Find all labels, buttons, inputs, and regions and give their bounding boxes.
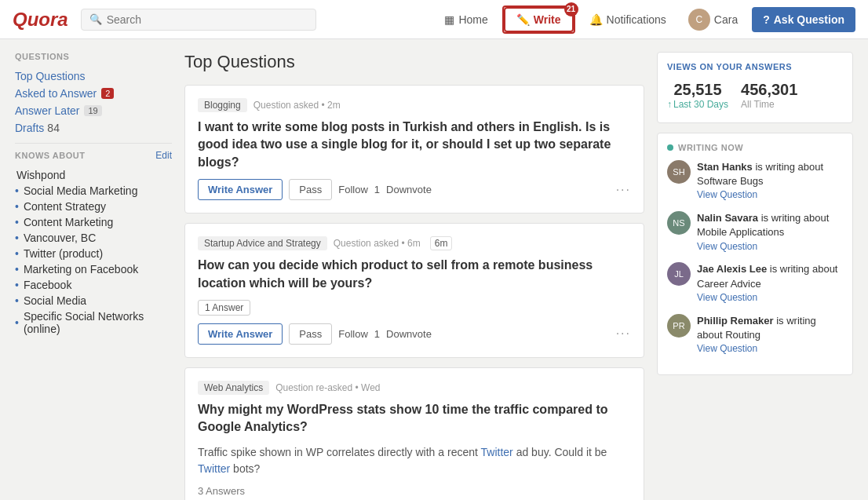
follow-btn-1[interactable]: Follow (338, 184, 368, 195)
home-nav[interactable]: ▦ Home (436, 9, 495, 31)
notifications-label: Notifications (607, 13, 666, 26)
twitter-link-1[interactable]: Twitter (481, 446, 513, 458)
more-options-2[interactable]: ··· (616, 327, 631, 341)
writer-topic-1: Mobile Applications (697, 226, 784, 238)
main-layout: QUESTIONS Top Questions Asked to Answer … (2, 39, 866, 500)
knows-item-social-media[interactable]: Social Media (15, 293, 172, 308)
writer-info-1: Nalin Savara is writing about Mobile App… (697, 211, 843, 253)
home-icon: ▦ (444, 13, 454, 26)
left-sidebar: QUESTIONS Top Questions Asked to Answer … (15, 52, 172, 500)
views-widget: VIEWS ON YOUR ANSWERS 25,515 ↑ Last 30 D… (657, 52, 853, 123)
knows-item-specific-social-networks[interactable]: Specific Social Networks (online) (15, 308, 172, 337)
answers-count-3: 3 Answers (198, 485, 631, 497)
logo[interactable]: Quora (13, 9, 68, 31)
ask-question-button[interactable]: ? Ask Question (752, 7, 855, 32)
user-nav[interactable]: C Cara (680, 4, 746, 35)
writer-name-3[interactable]: Phillip Remaker (697, 315, 774, 327)
writer-info-2: Jae Alexis Lee is writing about Career A… (697, 262, 843, 304)
question-text-2[interactable]: How can you decide which product to sell… (198, 257, 631, 292)
knows-item-content-strategy[interactable]: Content Strategy (15, 199, 172, 214)
question-text-3[interactable]: Why might my WordPress stats show 10 tim… (198, 401, 631, 436)
writer-item-1: NS Nalin Savara is writing about Mobile … (667, 211, 843, 253)
meta-text-1: Question asked • 2m (253, 100, 341, 111)
downvote-btn-2[interactable]: Downvote (386, 328, 432, 340)
twitter-link-2[interactable]: Twitter (198, 462, 230, 475)
knows-title: KNOWS ABOUT (15, 151, 85, 160)
pass-btn-1[interactable]: Pass (289, 179, 332, 200)
write-answer-btn-1[interactable]: Write Answer (198, 179, 283, 200)
right-sidebar: VIEWS ON YOUR ANSWERS 25,515 ↑ Last 30 D… (657, 52, 853, 500)
knows-item-marketing-facebook[interactable]: Marketing on Facebook (15, 261, 172, 277)
sidebar-divider (15, 143, 172, 144)
writing-now-title: WRITING NOW (667, 143, 843, 152)
knows-item-twitter[interactable]: Twitter (product) (15, 246, 172, 261)
search-bar[interactable]: 🔍 (81, 9, 316, 31)
action-row-1: Write Answer Pass Follow 1 Downvote ··· (198, 179, 631, 200)
downvote-btn-1[interactable]: Downvote (386, 184, 432, 195)
notifications-nav[interactable]: 🔔 Notifications (582, 9, 674, 31)
more-options-1[interactable]: ··· (616, 183, 631, 197)
green-dot-icon (667, 144, 673, 151)
follow-count-2: 1 (374, 328, 380, 340)
main-content: Top Questions Blogging Question asked • … (184, 52, 644, 500)
question-text-1[interactable]: I want to write some blog posts in Turki… (198, 119, 631, 171)
question-meta-2: Startup Advice and Strategy Question ask… (198, 236, 631, 250)
sidebar-link-answer-later[interactable]: Answer Later 19 (15, 102, 172, 119)
writer-name-2[interactable]: Jae Alexis Lee (697, 263, 767, 275)
pass-btn-2[interactable]: Pass (289, 323, 332, 345)
search-icon: 🔍 (89, 13, 102, 25)
writer-item-3: PR Phillip Remaker is writing about Rout… (667, 314, 843, 356)
write-button[interactable]: ✏️ Write 21 (504, 7, 574, 32)
topic-tag-3[interactable]: Web Analytics (198, 381, 269, 395)
writer-name-1[interactable]: Nalin Savara (697, 212, 758, 224)
home-label: Home (458, 13, 487, 26)
topic-tag-1[interactable]: Blogging (198, 98, 247, 112)
writing-now-widget: WRITING NOW SH Stan Hanks is writing abo… (657, 133, 853, 375)
user-label: Cara (714, 13, 738, 26)
knows-item-vancouver[interactable]: Vancouver, BC (15, 230, 172, 246)
nav-items: ▦ Home ✏️ Write 21 🔔 Notifications C Car… (436, 4, 855, 35)
stats-row: 25,515 ↑ Last 30 Days 456,301 All Time (667, 81, 843, 110)
question-card-1: Blogging Question asked • 2m I want to w… (184, 85, 644, 214)
writer-info-3: Phillip Remaker is writing about Routing… (697, 314, 843, 356)
view-question-3[interactable]: View Question (697, 342, 843, 356)
writer-avatar-3: PR (667, 314, 691, 338)
bell-icon: 🔔 (589, 13, 603, 26)
drafts-count: 84 (47, 122, 60, 134)
write-btn-wrapper: ✏️ Write 21 (502, 5, 575, 34)
knows-item-social-media-marketing[interactable]: Social Media Marketing (15, 183, 172, 199)
question-excerpt-3: Traffic spike shown in WP correlates dir… (198, 444, 631, 477)
writer-topic-2: Career Advice (697, 278, 761, 290)
knows-item-facebook[interactable]: Facebook (15, 277, 172, 293)
page-title: Top Questions (184, 52, 644, 72)
questions-section-title: QUESTIONS (15, 52, 172, 61)
meta-text-3: Question re-asked • Wed (275, 382, 380, 393)
up-arrow-icon: ↑ (667, 99, 672, 110)
view-question-1[interactable]: View Question (697, 240, 843, 254)
writer-topic-3: Routing (725, 329, 760, 341)
follow-btn-2[interactable]: Follow (338, 328, 368, 340)
knows-item-wishpond[interactable]: Wishpond (15, 167, 172, 183)
follow-count-1: 1 (374, 184, 380, 195)
write-label: Write (534, 13, 561, 26)
writer-topic-0: Software Bugs (697, 175, 764, 187)
topic-tag-2[interactable]: Startup Advice and Strategy (198, 236, 327, 250)
writer-name-0[interactable]: Stan Hanks (697, 161, 753, 173)
write-badge: 21 (564, 2, 578, 16)
ask-label: Ask Question (774, 13, 844, 26)
question-meta-1: Blogging Question asked • 2m (198, 98, 631, 112)
edit-link[interactable]: Edit (155, 150, 172, 161)
action-row-2: Write Answer Pass Follow 1 Downvote ··· (198, 323, 631, 345)
search-input[interactable] (107, 13, 308, 26)
sidebar-link-asked-to-answer[interactable]: Asked to Answer 2 (15, 85, 172, 102)
view-question-0[interactable]: View Question (697, 188, 843, 202)
answer-later-badge: 19 (84, 105, 101, 116)
write-answer-btn-2[interactable]: Write Answer (198, 323, 283, 345)
view-question-2[interactable]: View Question (697, 291, 843, 305)
knows-item-content-marketing[interactable]: Content Marketing (15, 214, 172, 230)
sidebar-link-drafts[interactable]: Drafts 84 (15, 119, 172, 137)
stat-last30: 25,515 ↑ Last 30 Days (667, 81, 728, 110)
writer-avatar-2: JL (667, 262, 691, 286)
sidebar-link-top-questions[interactable]: Top Questions (15, 68, 172, 85)
asked-badge: 2 (101, 88, 114, 99)
